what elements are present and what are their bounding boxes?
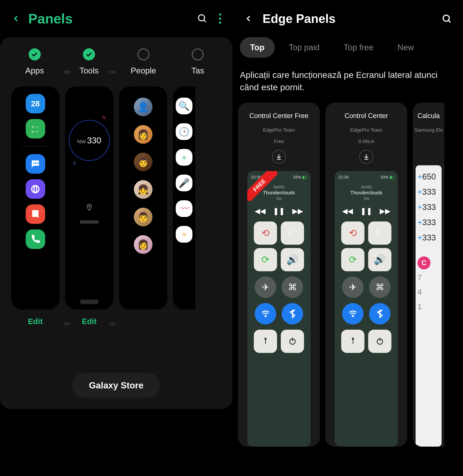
flashlight-icon[interactable] — [341, 330, 365, 353]
unchecked-circle-icon[interactable] — [192, 48, 204, 61]
svg-line-11 — [448, 20, 451, 23]
battery-icon: ▮▯ — [390, 175, 394, 179]
search-icon[interactable] — [441, 13, 452, 24]
svg-text:+ −: + − — [31, 124, 38, 129]
people-panel-preview[interactable]: 👤 👩 👨 👧 👨 👩 — [119, 87, 167, 309]
tab-apps[interactable]: Apps — [8, 48, 62, 75]
volume-icon[interactable]: 🔊 — [281, 248, 304, 271]
svg-point-4 — [33, 162, 35, 164]
next-icon[interactable]: ▶▶ — [292, 207, 303, 215]
bluetooth-icon[interactable] — [369, 303, 391, 325]
status-battery: 33% — [380, 175, 389, 179]
calculator-preview: ++650650 +333 +333 +333 +333 C 7 4 1 — [416, 165, 442, 447]
mic-icon: 🎤 — [176, 175, 192, 191]
key-1[interactable]: 1 — [418, 302, 422, 311]
power-icon[interactable] — [368, 330, 392, 353]
tools-panel-preview[interactable]: 300330 N NW330 S 150120 — [65, 87, 113, 309]
filter-top-paid[interactable]: Top paid — [278, 37, 330, 58]
wifi-icon[interactable] — [342, 303, 364, 325]
key-4[interactable]: 4 — [418, 288, 422, 297]
sync-icon[interactable]: ⟳ — [254, 248, 277, 271]
svg-point-19 — [352, 315, 353, 317]
rotation-lock-icon[interactable]: ⟲ — [341, 221, 365, 245]
location-bar — [80, 220, 98, 224]
avatar: 👨 — [134, 153, 152, 171]
pause-icon[interactable]: ❚❚ — [360, 207, 372, 215]
status-battery: 33% — [293, 175, 301, 179]
link-icon[interactable]: ⌘ — [282, 276, 303, 298]
svg-line-1 — [204, 20, 206, 22]
pause-icon[interactable]: ❚❚ — [273, 207, 285, 215]
back-button[interactable] — [11, 14, 21, 23]
download-button[interactable] — [272, 150, 286, 164]
checkmark-icon[interactable] — [83, 48, 95, 61]
next-icon[interactable]: ▶▶ — [380, 207, 391, 215]
battery-icon: ▮▯ — [302, 175, 307, 179]
compass-ticks: 300330 — [63, 70, 115, 75]
messages-icon — [26, 154, 45, 174]
store-description: Aplicații care funcționează pe Ecranul l… — [232, 65, 463, 103]
search-icon: 🔍 — [176, 98, 192, 114]
svg-point-8 — [34, 185, 37, 193]
store-card-calculator[interactable]: Calcula Samsung Ele ++650650 +333 +333 +… — [413, 103, 445, 447]
filter-new[interactable]: New — [387, 37, 424, 58]
tab-people[interactable]: People — [116, 48, 171, 75]
power-icon[interactable] — [281, 330, 304, 353]
galaxy-store-button[interactable]: Galaxy Store — [72, 373, 160, 398]
avatar: 👧 — [134, 180, 152, 199]
apps-panel-preview[interactable]: 28 + −× ÷ — [11, 87, 60, 309]
svg-point-7 — [32, 185, 39, 193]
prev-icon[interactable]: ◀◀ — [342, 207, 353, 215]
more-icon[interactable] — [219, 13, 221, 24]
scribble-icon: 〰 — [176, 200, 192, 217]
divider — [22, 146, 48, 147]
clock-icon: 🕒 — [176, 123, 192, 140]
tab-tasks[interactable]: Tas — [171, 48, 225, 75]
calculator-icon: + −× ÷ — [26, 119, 45, 139]
volume-icon[interactable]: 🔊 — [368, 248, 392, 271]
rotation-lock-icon[interactable]: ⟲ — [254, 221, 277, 245]
bluetooth-icon[interactable] — [282, 303, 303, 325]
store-card-control-center[interactable]: Control Center EdgePro Team 9.09Lei 22:3… — [325, 103, 407, 447]
moon-icon[interactable]: ☾ — [281, 221, 304, 245]
prev-icon[interactable]: ◀◀ — [255, 207, 266, 215]
calendar-icon: 28 — [26, 94, 45, 114]
back-button[interactable] — [244, 14, 253, 23]
key-7[interactable]: 7 — [418, 273, 422, 282]
filter-tabs: Top Top paid Top free New — [232, 37, 463, 65]
avatar: 👨 — [134, 208, 152, 226]
filter-top[interactable]: Top — [240, 37, 275, 58]
store-card-control-center-free[interactable]: Control Center Free EdgePro Team Free FR… — [238, 103, 320, 447]
svg-point-9 — [89, 206, 90, 207]
browser-icon — [26, 179, 45, 199]
moon-icon[interactable]: ☾ — [368, 221, 392, 245]
unchecked-circle-icon[interactable] — [137, 48, 150, 61]
panels-card: Apps Tools People Tas 28 + −× ÷ — [0, 37, 232, 409]
search-icon[interactable] — [197, 13, 208, 24]
tasks-panel-preview[interactable]: 🔍 🕒 ＋ 🎤 〰 ＋ — [173, 87, 195, 309]
free-ribbon: FREE — [247, 171, 277, 201]
page-title: Edge Panels — [263, 11, 432, 26]
avatar: 👤 — [134, 98, 152, 116]
link-icon[interactable]: ⌘ — [369, 276, 391, 298]
sync-icon[interactable]: ⟳ — [341, 248, 365, 271]
svg-text:× ÷: × ÷ — [31, 129, 38, 134]
control-center-preview: FREE 22:39 33% ▮▯ Spotify Thunderclouds … — [247, 171, 311, 447]
avatar: 👩 — [134, 235, 152, 254]
flashlight-icon[interactable] — [254, 330, 277, 353]
download-button[interactable] — [359, 150, 373, 164]
compass-icon: N NW330 S — [69, 120, 110, 161]
panels-header: Panels — [0, 0, 232, 37]
notes-icon — [26, 204, 45, 224]
filter-top-free[interactable]: Top free — [334, 37, 383, 58]
add-icon: ＋ — [176, 149, 192, 166]
airplane-icon[interactable]: ✈ — [255, 276, 276, 298]
wifi-icon[interactable] — [255, 303, 276, 325]
drag-handle[interactable] — [80, 300, 98, 304]
calc-clear-button[interactable]: C — [418, 256, 430, 269]
airplane-icon[interactable]: ✈ — [342, 276, 364, 298]
checkmark-icon[interactable] — [29, 48, 41, 61]
edge-panels-header: Edge Panels — [232, 0, 463, 37]
edit-apps-button[interactable]: Edit — [11, 317, 60, 326]
control-center-preview: 22:39 33% ▮▯ Spotify Thunderclouds Sia ◀… — [335, 171, 398, 447]
